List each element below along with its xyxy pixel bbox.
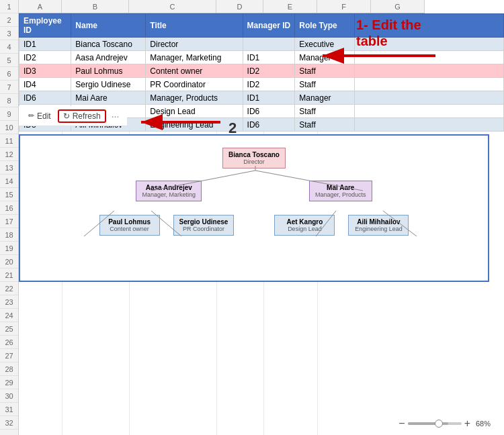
cell-6-5 bbox=[355, 118, 504, 132]
zoom-percent: 68% bbox=[476, 420, 491, 428]
cell-3-5 bbox=[355, 78, 504, 91]
cell-6-3: ID6 bbox=[243, 118, 295, 132]
cell-5-4: Staff bbox=[295, 105, 355, 118]
cell-3-1: Sergio Udinese bbox=[71, 78, 146, 91]
orgnode-aili: Aili Mihhailov Engineering Lead bbox=[348, 215, 409, 236]
orgnode-paul-title: Content owner bbox=[106, 226, 154, 232]
table-row: ID4Sergio UdinesePR CoordinatorID2Staff bbox=[19, 78, 504, 91]
cell-2-3: ID2 bbox=[243, 64, 295, 78]
orgnode-mai-name: Mai Aare bbox=[315, 184, 366, 191]
cell-3-4: Staff bbox=[295, 78, 355, 91]
orgnode-sergio-name: Sergio Udinese bbox=[179, 218, 228, 226]
cell-4-0: ID6 bbox=[19, 91, 71, 105]
col-header-title: Title bbox=[146, 14, 243, 38]
table-row: ID3Paul LohmusContent ownerID2Staff bbox=[19, 64, 504, 78]
edit-button[interactable]: ✏ Edit bbox=[24, 110, 55, 122]
row-numbers: 1 2 3 4 5 6 7 8 9 10 11 12 13 14 15 16 1… bbox=[0, 0, 19, 435]
cell-5-5 bbox=[355, 105, 504, 118]
cell-5-3: ID6 bbox=[243, 105, 295, 118]
annotation-edit-label: 1- Edit the table bbox=[356, 17, 421, 49]
cell-2-2: Content owner bbox=[146, 64, 243, 78]
orgnode-mai-title: Manager, Products bbox=[315, 191, 366, 198]
orgnode-sergio-title: PR Coordinator bbox=[179, 226, 228, 232]
cell-1-1: Aasa Andrejev bbox=[71, 51, 146, 64]
cell-4-4: Manager bbox=[295, 91, 355, 105]
cell-1-3: ID1 bbox=[243, 51, 295, 64]
col-header-name: Name bbox=[71, 14, 146, 38]
orgnode-bianca-name: Bianca Toscano bbox=[228, 151, 280, 158]
col-header-manager-id: Manager ID bbox=[243, 14, 295, 38]
orgnode-aili-title: Engineering Lead bbox=[354, 226, 403, 232]
toolbar: ✏ Edit ↻ Refresh ··· bbox=[19, 106, 127, 126]
annotation-arrow-2 bbox=[134, 112, 222, 132]
cell-1-0: ID2 bbox=[19, 51, 71, 64]
orgnode-aasa-title: Manager, Marketing bbox=[142, 191, 196, 198]
orgnode-bianca: Bianca Toscano Director bbox=[222, 148, 286, 168]
cell-3-2: PR Coordinator bbox=[146, 78, 243, 91]
pencil-icon: ✏ bbox=[28, 111, 34, 120]
cell-3-0: ID4 bbox=[19, 78, 71, 91]
col-header-role-type: Role Type bbox=[295, 14, 355, 38]
zoom-minus-button[interactable]: − bbox=[398, 418, 405, 430]
orgchart: Bianca Toscano Director Aasa Andrejev Ma… bbox=[27, 142, 481, 274]
cell-0-2: Director bbox=[146, 38, 243, 51]
cell-4-1: Mai Aare bbox=[71, 91, 146, 105]
orgnode-mai: Mai Aare Manager, Products bbox=[309, 181, 372, 201]
zoom-slider[interactable] bbox=[408, 422, 462, 425]
orgchart-container: Bianca Toscano Director Aasa Andrejev Ma… bbox=[19, 134, 489, 282]
orgnode-bianca-title: Director bbox=[228, 158, 280, 165]
orgnode-paul: Paul Lohmus Content owner bbox=[99, 215, 160, 236]
orgnode-aet: Aet Kangro Design Lead bbox=[274, 215, 335, 236]
cell-0-0: ID1 bbox=[19, 38, 71, 51]
refresh-button[interactable]: ↻ Refresh bbox=[58, 109, 106, 123]
refresh-label: Refresh bbox=[73, 111, 101, 121]
edit-label: Edit bbox=[37, 111, 51, 121]
orgnode-aet-title: Design Lead bbox=[280, 226, 329, 232]
cell-4-3: ID1 bbox=[243, 91, 295, 105]
cell-2-1: Paul Lohmus bbox=[71, 64, 146, 78]
cell-0-3 bbox=[243, 38, 295, 51]
cell-6-4: Staff bbox=[295, 118, 355, 132]
cell-4-2: Manager, Products bbox=[146, 91, 243, 105]
cell-2-4: Staff bbox=[295, 64, 355, 78]
orgnode-sergio: Sergio Udinese PR Coordinator bbox=[173, 215, 235, 236]
cell-3-3: ID2 bbox=[243, 78, 295, 91]
orgnode-paul-name: Paul Lohmus bbox=[106, 218, 154, 226]
cell-2-5 bbox=[355, 64, 504, 78]
orgnode-aasa-name: Aasa Andrejev bbox=[142, 184, 196, 191]
zoom-plus-button[interactable]: + bbox=[464, 418, 470, 430]
col-header-employee-id: Employee ID bbox=[19, 14, 71, 38]
cell-1-2: Manager, Marketing bbox=[146, 51, 243, 64]
orgnode-aet-name: Aet Kangro bbox=[280, 218, 329, 226]
more-button[interactable]: ··· bbox=[109, 111, 122, 122]
refresh-icon: ↻ bbox=[63, 111, 70, 121]
zoom-bar: − + 68% bbox=[398, 418, 491, 430]
cell-0-1: Bianca Toscano bbox=[71, 38, 146, 51]
cell-2-0: ID3 bbox=[19, 64, 71, 78]
cell-4-5 bbox=[355, 91, 504, 105]
orgnode-aili-name: Aili Mihhailov bbox=[354, 218, 403, 226]
column-headers: A B C D E F G bbox=[19, 0, 425, 13]
table-row: ID6Mai AareManager, ProductsID1Manager bbox=[19, 91, 504, 105]
orgnode-aasa: Aasa Andrejev Manager, Marketing bbox=[136, 181, 202, 201]
